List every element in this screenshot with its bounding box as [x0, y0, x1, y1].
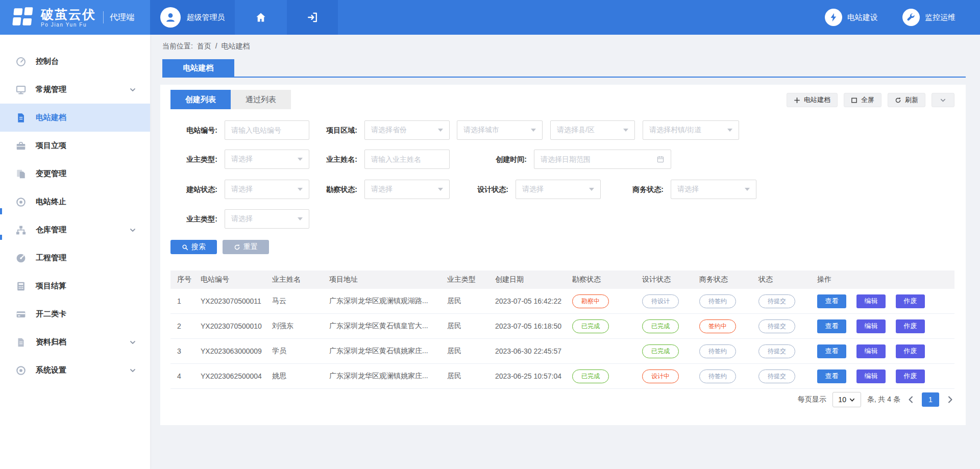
tab-passed-list[interactable]: 通过列表	[231, 90, 291, 109]
view-button[interactable]: 查看	[817, 344, 846, 358]
sidebar-item-station-termination[interactable]: 电站终止	[0, 188, 150, 216]
scrollbar-thumb[interactable]	[0, 208, 2, 214]
date-range-picker[interactable]	[534, 150, 671, 169]
sidebar-item-data-archive[interactable]: 资料归档	[0, 328, 150, 356]
reset-button[interactable]: 重置	[223, 240, 269, 254]
city-select[interactable]: 请选择城市	[457, 120, 543, 140]
chevron-down-icon	[849, 397, 855, 403]
view-button[interactable]: 查看	[817, 294, 846, 308]
sidebar-item-label: 电站终止	[36, 197, 137, 207]
sidebar: 控制台 常规管理 电站建档 项目立项	[0, 35, 150, 469]
reset-icon	[234, 244, 240, 251]
owner-type-2-select[interactable]: 请选择	[225, 209, 309, 229]
field-label: 业主类型:	[170, 209, 217, 229]
caret-down-icon	[438, 129, 443, 132]
date-range-input[interactable]	[541, 155, 656, 163]
main-content: 当前位置: 首页 / 电站建档 电站建档 创建列表 通过列表 电站建档 全屏	[150, 35, 980, 469]
page-number-button[interactable]: 1	[922, 392, 939, 407]
sidebar-item-general-management[interactable]: 常规管理	[0, 76, 150, 104]
prev-page-icon[interactable]	[906, 395, 916, 404]
breadcrumb-home-link[interactable]: 首页	[197, 42, 211, 50]
calculator-icon	[15, 281, 27, 292]
created-date: 2023-07-05 16:18:50	[495, 322, 572, 330]
sidebar-item-station-archive[interactable]: 电站建档	[0, 104, 150, 132]
sidebar-item-change-management[interactable]: 变更管理	[0, 160, 150, 188]
survey-status-badge: 勘察中	[572, 294, 609, 308]
sidebar-item-project-initiation[interactable]: 项目立项	[0, 132, 150, 160]
home-button[interactable]	[235, 0, 287, 35]
filter-design-status: 设计状态: 请选择	[464, 180, 601, 199]
briefcase-icon	[15, 140, 27, 152]
sidebar-item-label: 电站建档	[36, 113, 137, 122]
build-status-select[interactable]: 请选择	[225, 180, 309, 199]
per-page-select[interactable]: 10	[832, 392, 861, 407]
chevron-down-icon	[129, 86, 137, 94]
chevron-down-icon	[129, 338, 137, 347]
create-station-button[interactable]: 电站建档	[787, 93, 838, 107]
edit-button[interactable]: 编辑	[856, 319, 886, 333]
station-code-input[interactable]	[225, 120, 309, 140]
fullscreen-button[interactable]: 全屏	[844, 93, 881, 107]
survey-status-badge: 已完成	[572, 369, 609, 383]
business-status-select[interactable]: 请选择	[671, 180, 756, 199]
edit-button[interactable]: 编辑	[856, 294, 886, 308]
business-status-badge: 待签约	[699, 294, 736, 308]
void-button[interactable]: 作废	[896, 319, 925, 333]
owner-type-select[interactable]: 请选择	[225, 150, 309, 169]
search-button[interactable]: 搜索	[170, 240, 217, 254]
col-index: 序号	[177, 275, 201, 284]
design-status-select[interactable]: 请选择	[516, 180, 601, 199]
edit-button[interactable]: 编辑	[856, 369, 886, 383]
scrollbar-thumb[interactable]	[0, 235, 2, 240]
dashboard-icon	[15, 56, 27, 67]
breadcrumb-prefix: 当前位置:	[162, 42, 193, 50]
view-button[interactable]: 查看	[817, 369, 846, 383]
tab-created-list[interactable]: 创建列表	[170, 90, 231, 109]
owner-name: 刘强东	[272, 322, 329, 331]
next-page-icon[interactable]	[945, 395, 954, 404]
col-project-address: 项目地址	[329, 275, 447, 284]
sidebar-item-system-settings[interactable]: 系统设置	[0, 356, 150, 384]
sidebar-item-label: 项目立项	[36, 141, 137, 151]
edit-button[interactable]: 编辑	[856, 344, 886, 358]
sidebar-item-warehouse-management[interactable]: 仓库管理	[0, 216, 150, 244]
view-button[interactable]: 查看	[817, 319, 846, 333]
created-date: 2023-06-25 10:57:04	[495, 372, 572, 380]
sidebar-item-engineering-management[interactable]: 工程管理	[0, 244, 150, 272]
filter-owner-name: 业主姓名:	[313, 150, 450, 169]
status-badge: 待提交	[758, 294, 795, 308]
collapse-toolbar-button[interactable]	[932, 93, 954, 107]
chevron-down-icon	[940, 97, 946, 104]
breadcrumb-current: 电站建档	[221, 42, 250, 50]
nav-station-build[interactable]: 电站建设	[825, 0, 878, 35]
station-code: YX2023062500004	[201, 372, 272, 380]
sidebar-item-label: 开二类卡	[36, 309, 137, 319]
refresh-button[interactable]: 刷新	[888, 93, 925, 107]
sidebar-item-label: 常规管理	[36, 85, 129, 94]
village-select[interactable]: 请选择村镇/街道	[643, 120, 739, 140]
county-select[interactable]: 请选择县/区	[550, 120, 635, 140]
logout-button[interactable]	[287, 0, 338, 35]
sidebar-item-label: 工程管理	[36, 253, 137, 263]
survey-status-select[interactable]: 请选择	[364, 180, 450, 199]
user-menu[interactable]: 超级管理员	[150, 0, 235, 35]
business-status-badge: 签约中	[699, 319, 736, 333]
page-tab-station-archive[interactable]: 电站建档	[162, 59, 234, 77]
plus-icon	[794, 97, 800, 104]
nav-monitor-ops[interactable]: 监控运维	[902, 0, 955, 35]
sidebar-item-label: 资料归档	[36, 337, 129, 347]
sidebar-item-class2-card[interactable]: 开二类卡	[0, 300, 150, 328]
sidebar-item-project-settlement[interactable]: 项目结算	[0, 272, 150, 300]
void-button[interactable]: 作废	[896, 369, 925, 383]
station-code: YX2023070500011	[201, 297, 272, 305]
void-button[interactable]: 作废	[896, 344, 925, 358]
caret-down-icon	[298, 188, 303, 191]
project-address: 广东深圳龙华区观澜镇观湖路...	[329, 297, 447, 306]
sidebar-item-console[interactable]: 控制台	[0, 47, 150, 76]
void-button[interactable]: 作废	[896, 294, 925, 308]
owner-name-input[interactable]	[364, 150, 450, 169]
table-row: 4 YX2023062500004 姚思 广东深圳龙华区观澜镇姚家庄... 居民…	[170, 364, 954, 389]
status-badge: 待提交	[758, 369, 795, 383]
province-select[interactable]: 请选择省份	[364, 120, 450, 140]
user-name: 超级管理员	[187, 13, 225, 22]
